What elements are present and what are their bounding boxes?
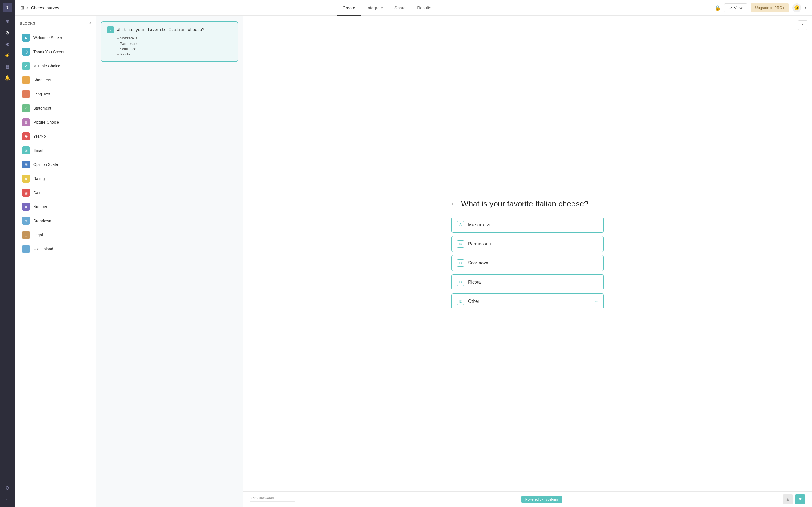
email-label: Email	[33, 148, 43, 153]
nav-icon-back[interactable]: ←	[2, 494, 12, 504]
blocks-panel-header: BLOCKS ×	[15, 16, 96, 31]
block-opinion-scale[interactable]: ▦ Opinion Scale	[17, 158, 94, 171]
nav-icon-home[interactable]: ⊞	[2, 16, 12, 26]
statement-label: Statement	[33, 106, 51, 110]
question-check-1: ✓	[107, 26, 114, 33]
preview-content: 1 → What is your favorite Italian cheese…	[243, 16, 812, 507]
preview-question-number: 1 →	[451, 202, 458, 206]
statement-icon: ✓	[22, 104, 30, 112]
block-thank-you-screen[interactable]: ⬡ Thank You Screen	[17, 45, 94, 59]
picture-choice-label: Picture Choice	[33, 120, 59, 124]
breadcrumb-chevron: >	[26, 5, 29, 10]
block-long-text[interactable]: ≡ Long Text	[17, 87, 94, 101]
block-welcome-screen[interactable]: ▶ Welcome Screen	[17, 31, 94, 45]
q-option-scarmoza: Scarmoza	[117, 46, 232, 52]
multiple-choice-label: Multiple Choice	[33, 64, 60, 68]
progress-bar-bg	[250, 501, 295, 502]
blocks-title: BLOCKS	[20, 21, 35, 25]
block-short-text[interactable]: T Short Text	[17, 73, 94, 87]
view-button[interactable]: ↗ View	[724, 3, 747, 12]
tab-share[interactable]: Share	[389, 0, 411, 16]
avatar[interactable]: 🙂	[792, 3, 801, 12]
choice-letter-b: B	[457, 240, 464, 247]
legal-label: Legal	[33, 233, 43, 237]
short-text-icon: T	[22, 76, 30, 84]
tab-results[interactable]: Results	[411, 0, 437, 16]
choice-letter-c: C	[457, 260, 464, 267]
welcome-screen-icon: ▶	[22, 34, 30, 42]
question-item-1[interactable]: ✓ What is your favorite Italian cheese? …	[101, 21, 238, 62]
block-number[interactable]: # Number	[17, 200, 94, 214]
view-icon: ↗	[729, 6, 732, 10]
upgrade-button[interactable]: Upgrade to PRO+	[751, 3, 789, 12]
choice-option-c[interactable]: C Scarmoza	[451, 255, 604, 271]
block-file-upload[interactable]: ↑ File Upload	[17, 242, 94, 256]
edit-icon[interactable]: ✏	[595, 299, 598, 304]
nav-icon-notifications[interactable]: 🔔	[2, 73, 12, 83]
caret-icon[interactable]: ▾	[805, 6, 806, 10]
nav-icon-gear[interactable]: ⚙	[2, 483, 12, 493]
arrow-icon: →	[455, 202, 458, 206]
choice-text-d: Ricota	[468, 280, 481, 285]
choice-text-b: Parmesano	[468, 241, 491, 246]
nav-tabs: Create Integrate Share Results	[337, 0, 437, 15]
icon-sidebar: t ⊞ ⚙ ◉ ⚡ ▦ 🔔 ⚙ ←	[0, 0, 15, 507]
block-rating[interactable]: ★ Rating	[17, 172, 94, 185]
tab-create[interactable]: Create	[337, 0, 361, 16]
rating-label: Rating	[33, 176, 45, 181]
block-picture-choice[interactable]: ⊞ Picture Choice	[17, 115, 94, 129]
file-upload-icon: ↑	[22, 245, 30, 253]
block-date[interactable]: ▦ Date	[17, 186, 94, 200]
short-text-label: Short Text	[33, 78, 51, 82]
close-blocks-button[interactable]: ×	[88, 20, 91, 26]
question-title-1: What is your favorite Italian cheese?	[117, 27, 204, 32]
choice-text-e: Other	[468, 299, 479, 304]
yes-no-label: Yes/No	[33, 134, 46, 138]
lock-icon: 🔒	[714, 5, 721, 11]
block-dropdown[interactable]: ▾ Dropdown	[17, 214, 94, 228]
question-options-1: Mozzarella Parmesano Scarmoza Ricota	[107, 36, 232, 57]
choice-letter-d: D	[457, 279, 464, 286]
preview-question-area: 1 → What is your favorite Italian cheese…	[451, 199, 604, 313]
block-yes-no[interactable]: ◉ Yes/No	[17, 129, 94, 143]
question-header-1: ✓ What is your favorite Italian cheese?	[107, 26, 232, 33]
q-option-parmesano: Parmesano	[117, 41, 232, 46]
choice-option-b[interactable]: B Parmesano	[451, 236, 604, 252]
choice-text-a: Mozzarella	[468, 222, 490, 227]
nav-icon-logic[interactable]: ⚡	[2, 50, 12, 60]
powered-by-badge: Powered by Typeform	[521, 496, 562, 503]
thank-you-screen-label: Thank You Screen	[33, 50, 65, 54]
opinion-scale-label: Opinion Scale	[33, 162, 58, 167]
preview-panel: ↻ 1 → What is your favorite Italian chee…	[243, 16, 812, 507]
choice-letter-e: E	[457, 298, 464, 305]
nav-icon-analytics[interactable]: ▦	[2, 61, 12, 71]
tab-integrate[interactable]: Integrate	[361, 0, 389, 16]
multiple-choice-icon: ✓	[22, 62, 30, 70]
number-label: Number	[33, 205, 47, 209]
breadcrumb-title: Cheese survey	[31, 5, 59, 10]
blocks-panel: BLOCKS × ▶ Welcome Screen ⬡ Thank You Sc…	[15, 16, 96, 507]
nav-up-button[interactable]: ▲	[783, 494, 793, 504]
app-logo[interactable]: t	[3, 3, 12, 12]
choice-option-e[interactable]: E Other ✏	[451, 293, 604, 309]
nav-down-button[interactable]: ▼	[795, 494, 805, 504]
welcome-screen-label: Welcome Screen	[33, 36, 63, 40]
file-upload-label: File Upload	[33, 247, 53, 251]
block-email[interactable]: ✉ Email	[17, 144, 94, 157]
other-option-left: E Other	[457, 298, 479, 305]
header: ⊞ > Cheese survey Create Integrate Share…	[15, 0, 812, 16]
nav-icon-build[interactable]: ⚙	[2, 27, 12, 38]
opinion-scale-icon: ▦	[22, 161, 30, 168]
block-statement[interactable]: ✓ Statement	[17, 101, 94, 115]
main-layout: BLOCKS × ▶ Welcome Screen ⬡ Thank You Sc…	[15, 16, 812, 507]
header-right-actions: 🔒 ↗ View Upgrade to PRO+ 🙂 ▾	[714, 3, 806, 12]
grid-icon[interactable]: ⊞	[20, 5, 24, 10]
block-legal[interactable]: ⊞ Legal	[17, 228, 94, 242]
choice-option-a[interactable]: A Mozzarella	[451, 217, 604, 233]
choice-option-d[interactable]: D Ricota	[451, 274, 604, 290]
block-multiple-choice[interactable]: ✓ Multiple Choice	[17, 59, 94, 73]
refresh-button[interactable]: ↻	[798, 20, 808, 30]
question-list: ✓ What is your favorite Italian cheese? …	[96, 16, 243, 507]
progress-text: 0 of 3 answered	[250, 496, 301, 500]
nav-icon-theme[interactable]: ◉	[2, 39, 12, 49]
